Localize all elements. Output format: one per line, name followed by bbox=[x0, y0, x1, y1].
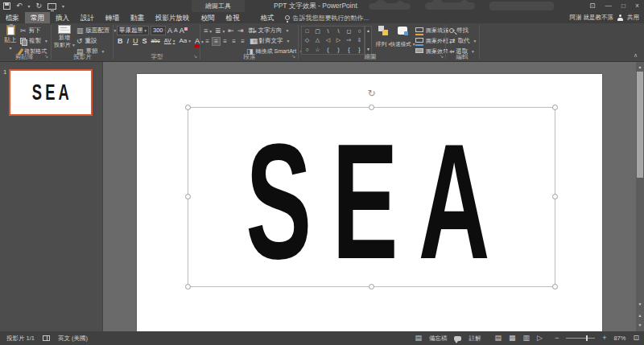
paragraph-dialog-launcher-icon[interactable]: ↘ bbox=[291, 54, 295, 60]
next-slide-button[interactable]: ▼ bbox=[636, 321, 644, 329]
shape-icon[interactable]: \ bbox=[333, 27, 344, 35]
start-slideshow-icon[interactable] bbox=[47, 3, 56, 10]
clipboard-dialog-launcher-icon[interactable]: ↘ bbox=[44, 54, 48, 60]
shrink-font-button[interactable]: A bbox=[174, 26, 178, 35]
find-button[interactable]: 尋找 bbox=[449, 26, 469, 35]
ribbon-display-options-icon[interactable]: ⊡ bbox=[589, 0, 595, 11]
rotate-handle-icon[interactable]: ↻ bbox=[367, 88, 375, 98]
reset-button[interactable]: ↺ 重設 bbox=[76, 36, 97, 46]
previous-slide-button[interactable]: ▲ bbox=[636, 311, 644, 319]
shape-icon[interactable]: ◁ bbox=[323, 35, 333, 44]
fit-to-window-icon[interactable]: ⊡ bbox=[633, 331, 639, 345]
tab-animations[interactable]: 動畫 bbox=[125, 12, 150, 23]
bold-button[interactable]: B bbox=[118, 36, 123, 46]
shape-icon[interactable]: ▷ bbox=[333, 35, 344, 44]
textbox-selection[interactable]: ↻ SEA bbox=[188, 107, 555, 287]
close-icon[interactable]: × bbox=[635, 0, 639, 11]
tab-slideshow[interactable]: 投影片放映 bbox=[150, 12, 196, 23]
zoom-level[interactable]: 87% bbox=[613, 335, 625, 342]
text-direction-button[interactable]: ⇅ 文字方向 bbox=[250, 26, 288, 35]
tab-transitions[interactable]: 轉場 bbox=[100, 12, 125, 23]
strikethrough-button[interactable]: abc bbox=[151, 36, 160, 46]
cut-button[interactable]: ✂ 剪下 bbox=[20, 26, 41, 35]
zoom-slider[interactable] bbox=[566, 338, 595, 339]
selection-handle[interactable] bbox=[552, 284, 558, 290]
character-spacing-button[interactable]: AV bbox=[164, 36, 175, 46]
tab-insert[interactable]: 插入 bbox=[50, 12, 75, 23]
shape-icon[interactable]: ◻ bbox=[344, 27, 354, 35]
shapes-gallery-scrollbar[interactable]: ▲ ▼ bbox=[365, 26, 372, 55]
scroll-down-icon[interactable]: ▼ bbox=[636, 300, 644, 308]
shapes-gallery[interactable]: □ ▢ \ \ ◻ ○ ◇ △ ◁ ▷ ⇨ ⇩ ○ ☆ ( ) { } bbox=[301, 26, 365, 55]
user-name[interactable]: 阿湯 就是教不落 bbox=[569, 14, 613, 22]
shape-icon[interactable]: △ bbox=[312, 35, 323, 44]
text-shadow-button[interactable]: S bbox=[142, 36, 147, 46]
tab-view[interactable]: 檢視 bbox=[221, 12, 246, 23]
increase-indent-icon[interactable]: ⇥ bbox=[237, 27, 244, 35]
selection-handle[interactable] bbox=[185, 194, 191, 199]
vertical-scrollbar[interactable]: ▲ ▼ ▲ ▼ bbox=[636, 62, 644, 331]
decrease-indent-icon[interactable]: ⇤ bbox=[228, 27, 234, 35]
bullets-icon[interactable]: ≡ bbox=[204, 27, 212, 35]
quick-styles-button[interactable]: 快速樣式 bbox=[391, 27, 414, 49]
slideshow-view-icon[interactable]: ▷ bbox=[537, 331, 543, 345]
align-right-icon[interactable]: ≡ bbox=[221, 38, 229, 45]
selection-handle[interactable] bbox=[552, 105, 558, 110]
shape-icon[interactable]: ⇨ bbox=[344, 35, 354, 44]
underline-button[interactable]: U bbox=[133, 36, 138, 46]
font-dialog-launcher-icon[interactable]: ↘ bbox=[193, 54, 197, 60]
shape-icon[interactable]: ⇩ bbox=[354, 35, 365, 44]
font-size-combo[interactable]: 300 bbox=[151, 26, 166, 35]
distribute-icon[interactable]: ≡ bbox=[239, 38, 246, 45]
notes-button[interactable]: 備忘稿 bbox=[429, 335, 448, 343]
tab-review[interactable]: 校閱 bbox=[196, 12, 221, 23]
maximize-icon[interactable]: □ bbox=[621, 0, 625, 11]
clear-formatting-button[interactable]: A bbox=[180, 27, 184, 35]
shape-icon[interactable]: ◇ bbox=[302, 35, 312, 44]
minimize-icon[interactable]: — bbox=[605, 0, 612, 11]
redo-icon[interactable]: ↻ bbox=[36, 1, 43, 11]
slide-text[interactable]: SEA bbox=[225, 118, 510, 283]
slide-thumbnail[interactable]: SEA bbox=[9, 69, 93, 116]
normal-view-icon[interactable]: ▤ bbox=[494, 331, 502, 345]
justify-icon[interactable]: ≡ bbox=[230, 38, 237, 45]
tell-me-box[interactable]: 告訴我您想要執行的動作... bbox=[280, 12, 374, 23]
grow-font-button[interactable]: A bbox=[167, 26, 172, 35]
undo-dropdown-icon[interactable]: ▾ bbox=[28, 3, 31, 9]
copy-button[interactable]: 複製 bbox=[20, 36, 47, 46]
paste-button[interactable]: 貼上 ▾ bbox=[2, 25, 19, 51]
tab-home[interactable]: 常用 bbox=[25, 12, 50, 23]
new-slide-button[interactable]: 新增 投影片 bbox=[54, 25, 75, 49]
slide-canvas[interactable]: ↻ SEA bbox=[137, 74, 602, 331]
reading-view-icon[interactable]: ▥ bbox=[522, 331, 530, 345]
comments-button[interactable]: 註解 bbox=[469, 335, 481, 343]
customize-qat-icon[interactable]: ▾ bbox=[62, 3, 64, 9]
shape-icon[interactable]: □ bbox=[302, 27, 312, 35]
tab-format[interactable]: 格式 bbox=[255, 12, 280, 23]
selection-handle[interactable] bbox=[185, 105, 191, 110]
zoom-in-icon[interactable]: + bbox=[602, 331, 606, 345]
align-center-icon[interactable]: ≡ bbox=[213, 38, 220, 45]
font-name-combo[interactable]: 華康超黑體 bbox=[117, 26, 149, 35]
align-left-icon[interactable]: ≡ bbox=[204, 38, 211, 45]
italic-button[interactable]: I bbox=[127, 36, 130, 46]
shape-icon[interactable]: ▢ bbox=[312, 27, 323, 35]
shape-icon[interactable]: \ bbox=[323, 27, 333, 35]
zoom-out-icon[interactable]: − bbox=[555, 331, 559, 345]
save-icon[interactable] bbox=[3, 2, 10, 10]
selection-handle[interactable] bbox=[185, 284, 191, 290]
change-case-button[interactable]: Aa bbox=[179, 36, 191, 46]
tab-design[interactable]: 設計 bbox=[75, 12, 100, 23]
shape-icon[interactable]: ○ bbox=[354, 27, 365, 35]
layout-button[interactable]: ▥ 版面配置 bbox=[76, 26, 116, 35]
tab-file[interactable]: 檔案 bbox=[0, 12, 25, 23]
undo-icon[interactable]: ↶ bbox=[16, 1, 23, 11]
align-text-button[interactable]: ◧ 對齊文字 bbox=[250, 36, 289, 46]
scrollbar-thumb[interactable] bbox=[637, 72, 643, 178]
gallery-scroll-up-icon[interactable]: ▲ bbox=[366, 27, 370, 35]
scroll-up-icon[interactable]: ▲ bbox=[636, 63, 644, 71]
slide-sorter-view-icon[interactable]: ▦ bbox=[509, 331, 516, 345]
share-button[interactable]: 共用 bbox=[627, 14, 639, 22]
replace-button[interactable]: ⇄ 取代 bbox=[449, 36, 476, 46]
selection-handle[interactable] bbox=[552, 194, 558, 199]
